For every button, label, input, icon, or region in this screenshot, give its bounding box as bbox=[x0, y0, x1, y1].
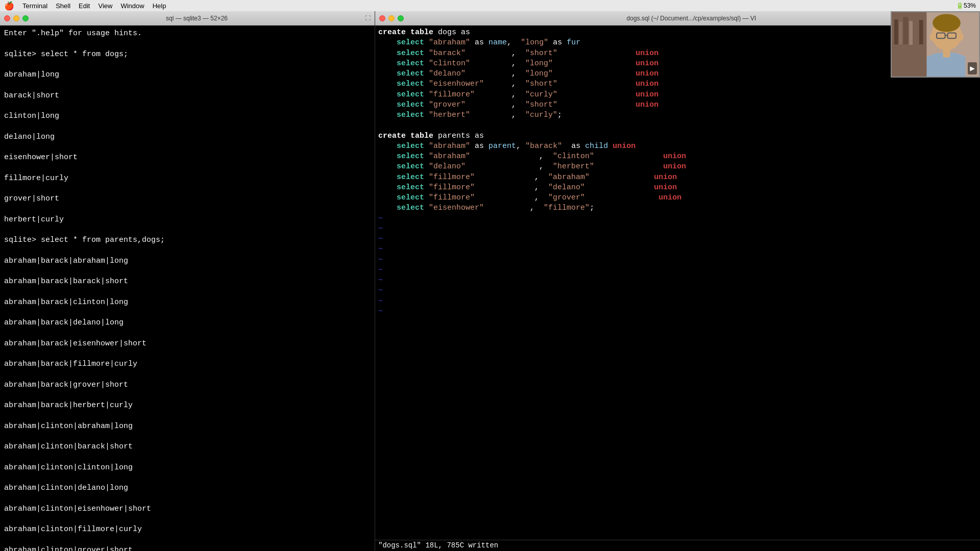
vim-tilde-3: ~ bbox=[378, 234, 977, 244]
terminal-title: sql — sqlite3 — 52×26 bbox=[32, 15, 362, 22]
svg-point-2 bbox=[933, 14, 961, 32]
terminal-line-22: abraham|clinton|delano|long bbox=[4, 483, 371, 493]
vim-tilde-4: ~ bbox=[378, 244, 977, 255]
svg-point-7 bbox=[929, 33, 936, 41]
svg-point-8 bbox=[958, 33, 964, 41]
expand-icon[interactable]: ⛶ bbox=[365, 15, 371, 21]
terminal-line-15: abraham|barack|eisenhower|short bbox=[4, 339, 371, 349]
minimize-button[interactable] bbox=[13, 15, 19, 21]
video-person bbox=[892, 12, 979, 77]
vim-line-dogs-5: select "eisenhower" , "short" union bbox=[378, 79, 977, 89]
vim-statusbar: "dogs.sql" 18L, 785C written bbox=[375, 540, 980, 551]
vim-line-dogs-4: select "delano" , "long" union bbox=[378, 69, 977, 79]
vim-tilde-6: ~ bbox=[378, 265, 977, 276]
svg-rect-13 bbox=[909, 21, 913, 45]
terminal-line-9: herbert|curly bbox=[4, 215, 371, 225]
vim-titlebar: dogs.sql (~/ Document.../cp/examples/sql… bbox=[375, 11, 980, 26]
vim-editor-content[interactable]: create table dogs as select "abraham" as… bbox=[375, 26, 980, 540]
zoom-button[interactable] bbox=[22, 15, 29, 21]
terminal-line-7: fillmore|curly bbox=[4, 173, 371, 184]
terminal-line-18: abraham|barack|herbert|curly bbox=[4, 400, 371, 411]
terminal-line-24: abraham|clinton|fillmore|curly bbox=[4, 524, 371, 535]
terminal-line-10: sqlite> select * from parents,dogs; bbox=[4, 235, 371, 245]
vim-tilde-9: ~ bbox=[378, 296, 977, 307]
vim-line-create-dogs: create table dogs as bbox=[378, 28, 977, 38]
menu-bar: 🍎 Terminal Shell Edit View Window Help 🔋… bbox=[0, 0, 980, 11]
menu-help[interactable]: Help bbox=[153, 2, 166, 10]
vim-window: dogs.sql (~/ Document.../cp/examples/sql… bbox=[375, 11, 980, 551]
vim-line-dogs-6: select "fillmore" , "curly" union bbox=[378, 90, 977, 100]
terminal-line-2: abraham|long bbox=[4, 70, 371, 80]
svg-rect-12 bbox=[903, 17, 908, 44]
terminal-line-13: abraham|barack|clinton|long bbox=[4, 297, 371, 308]
svg-rect-6 bbox=[943, 48, 950, 58]
vim-tilde-5: ~ bbox=[378, 255, 977, 265]
terminal-line-16: abraham|barack|fillmore|curly bbox=[4, 359, 371, 369]
vim-line-parents-2: select "abraham" , "clinton" union bbox=[378, 152, 977, 162]
terminal-line-8: grover|short bbox=[4, 194, 371, 204]
vim-tilde-8: ~ bbox=[378, 286, 977, 296]
terminal-line-4: clinton|long bbox=[4, 111, 371, 121]
vim-line-dogs-8: select "herbert" , "curly"; bbox=[378, 110, 977, 120]
vim-tilde-7: ~ bbox=[378, 276, 977, 286]
vim-zoom-button[interactable] bbox=[398, 15, 404, 21]
terminal-line-19: abraham|clinton|abraham|long bbox=[4, 421, 371, 432]
svg-rect-10 bbox=[894, 19, 898, 44]
vim-minimize-button[interactable] bbox=[388, 15, 395, 21]
terminal-line-5: delano|long bbox=[4, 132, 371, 142]
close-button[interactable] bbox=[4, 15, 10, 21]
windows-container: sql — sqlite3 — 52×26 ⛶ Enter ".help" fo… bbox=[0, 11, 980, 551]
vim-line-dogs-2: select "barack" , "short" union bbox=[378, 48, 977, 59]
vim-line-parents-6: select "fillmore" , "grover" union bbox=[378, 193, 977, 203]
video-controls[interactable]: ▶ bbox=[968, 62, 977, 74]
terminal-line-21: abraham|clinton|clinton|long bbox=[4, 463, 371, 473]
terminal-line-23: abraham|clinton|eisenhower|short bbox=[4, 504, 371, 514]
menu-terminal[interactable]: Terminal bbox=[22, 2, 47, 10]
svg-rect-11 bbox=[899, 22, 902, 44]
terminal-line-20: abraham|clinton|barack|short bbox=[4, 442, 371, 452]
terminal-window: sql — sqlite3 — 52×26 ⛶ Enter ".help" fo… bbox=[0, 11, 375, 551]
terminal-content[interactable]: Enter ".help" for usage hints. sqlite> s… bbox=[0, 26, 375, 551]
vim-line-parents-7: select "eisenhower" , "fillmore"; bbox=[378, 203, 977, 213]
vim-line-create-parents: create table parents as bbox=[378, 131, 977, 141]
vim-tilde-10: ~ bbox=[378, 307, 977, 317]
vim-line-dogs-3: select "clinton" , "long" union bbox=[378, 59, 977, 69]
vim-line-blank-1 bbox=[378, 120, 977, 131]
menu-edit[interactable]: Edit bbox=[79, 2, 90, 10]
menu-shell[interactable]: Shell bbox=[56, 2, 70, 10]
apple-menu[interactable]: 🍎 bbox=[4, 1, 14, 11]
terminal-line-12: abraham|barack|barack|short bbox=[4, 277, 371, 287]
battery-icon: 🔋53% bbox=[956, 2, 976, 9]
vim-close-button[interactable] bbox=[379, 15, 385, 21]
video-overlay: ▶ bbox=[891, 11, 980, 78]
terminal-line-14: abraham|barack|delano|long bbox=[4, 318, 371, 328]
vim-tilde-1: ~ bbox=[378, 214, 977, 224]
vim-line-parents-5: select "fillmore" , "delano" union bbox=[378, 183, 977, 193]
terminal-line-3: barack|short bbox=[4, 91, 371, 101]
vim-line-parents-4: select "fillmore" , "abraham" union bbox=[378, 172, 977, 183]
vim-line-parents-1: select "abraham" as parent, "barack" as … bbox=[378, 141, 977, 152]
vim-line-dogs-7: select "grover" , "short" union bbox=[378, 100, 977, 110]
terminal-line-0: Enter ".help" for usage hints. bbox=[4, 29, 371, 39]
menu-view[interactable]: View bbox=[98, 2, 112, 10]
svg-rect-14 bbox=[914, 18, 918, 44]
terminal-line-25: abraham|clinton|grover|short bbox=[4, 545, 371, 552]
terminal-line-11: abraham|barack|abraham|long bbox=[4, 256, 371, 266]
menu-bar-right: 🔋53% bbox=[956, 2, 976, 9]
vim-line-parents-3: select "delano" , "herbert" union bbox=[378, 162, 977, 172]
terminal-line-17: abraham|barack|grover|short bbox=[4, 380, 371, 390]
menu-window[interactable]: Window bbox=[120, 2, 144, 10]
svg-rect-15 bbox=[919, 20, 923, 44]
vim-tilde-2: ~ bbox=[378, 224, 977, 234]
terminal-titlebar: sql — sqlite3 — 52×26 ⛶ bbox=[0, 11, 375, 26]
terminal-line-6: eisenhower|short bbox=[4, 153, 371, 163]
vim-line-dogs-1: select "abraham" as name, "long" as fur bbox=[378, 38, 977, 48]
play-button[interactable]: ▶ bbox=[970, 64, 975, 73]
terminal-line-1: sqlite> select * from dogs; bbox=[4, 49, 371, 60]
